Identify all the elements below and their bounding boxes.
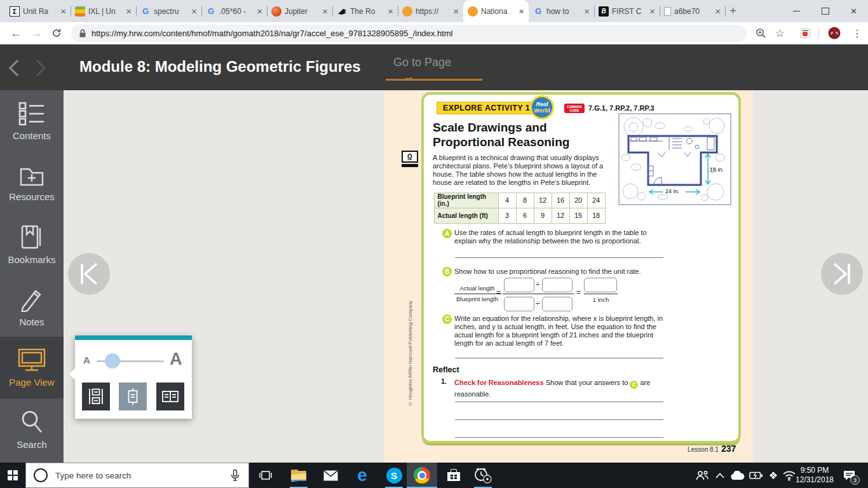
task-view-button[interactable] xyxy=(253,463,278,488)
star-icon: ☆ xyxy=(775,27,784,40)
answer-box xyxy=(542,278,573,292)
window-maximize-button[interactable] xyxy=(811,0,839,22)
text-size-slider-thumb[interactable] xyxy=(105,353,120,369)
table-row: Blueprint length (in.) 4 8 12 16 20 24 xyxy=(434,193,605,208)
taskbar-mail[interactable] xyxy=(316,463,344,488)
mail-icon xyxy=(323,470,338,481)
tray-show-hidden-icons[interactable] xyxy=(713,463,727,488)
table-cell: 9 xyxy=(534,208,552,224)
tab-close-icon[interactable]: × xyxy=(191,6,197,16)
page-forward-button[interactable] xyxy=(33,58,48,80)
taskbar-edge[interactable]: e xyxy=(348,463,376,488)
tray-onedrive[interactable] xyxy=(729,463,745,488)
browser-tab[interactable]: IXL | Un × xyxy=(71,0,136,22)
taskbar-clock[interactable]: 9:50 PM 12/31/2018 xyxy=(794,463,835,488)
page-back-button[interactable] xyxy=(6,58,22,80)
answer-box xyxy=(584,278,617,292)
sidebar-item-notes[interactable]: Notes xyxy=(0,275,64,337)
tab-close-icon[interactable]: × xyxy=(257,6,262,16)
view-mode-scroll-button[interactable] xyxy=(82,383,110,410)
tab-close-icon[interactable]: × xyxy=(453,6,459,16)
microphone-icon[interactable] xyxy=(229,469,241,482)
window-close-button[interactable]: × xyxy=(839,0,868,22)
tray-dropbox[interactable]: ❖ xyxy=(766,463,781,488)
browser-tab[interactable]: https:// × xyxy=(398,0,463,22)
taskbar-file-explorer[interactable] xyxy=(285,463,313,488)
tab-close-icon[interactable]: × xyxy=(584,6,590,16)
window-minimize-button[interactable] xyxy=(782,0,811,22)
chevron-left-icon xyxy=(6,58,22,78)
arrow-right-icon: → xyxy=(402,69,415,83)
skype-icon: S xyxy=(386,468,402,484)
next-page-button[interactable] xyxy=(821,253,863,295)
forward-button[interactable]: → xyxy=(27,22,46,44)
table-cell: 6 xyxy=(516,208,534,224)
tab-close-icon[interactable]: × xyxy=(60,6,66,16)
sidebar-item-contents[interactable]: Contents xyxy=(0,90,64,152)
taskbar-skype[interactable]: S xyxy=(380,463,408,488)
reflect-text-before: Show that your answers to xyxy=(546,379,628,386)
sidebar-item-page-view[interactable]: Page View xyxy=(0,337,64,398)
zoom-page-button[interactable] xyxy=(751,22,770,44)
tab-close-icon[interactable]: × xyxy=(649,6,655,16)
browser-tab[interactable]: G spectru × xyxy=(136,0,201,22)
tab-close-icon[interactable]: × xyxy=(715,6,721,16)
tab-title: IXL | Un xyxy=(88,7,123,16)
browser-tab[interactable]: G .05*60 - × xyxy=(201,0,267,22)
go-to-page-button[interactable]: Go to Page → xyxy=(386,56,482,84)
part-c-text: Write an equation for the relationship, … xyxy=(454,315,668,348)
taskbar-chrome-active[interactable] xyxy=(407,463,437,488)
browser-tab[interactable]: B FIRST C × xyxy=(594,0,660,22)
browser-tab[interactable]: G how to × xyxy=(529,0,594,22)
answer-line xyxy=(455,402,663,402)
answer-box xyxy=(504,278,534,292)
view-mode-two-page-button[interactable] xyxy=(156,383,184,410)
question-hotspot-button[interactable]: Q xyxy=(402,151,418,167)
sidebar-item-resources[interactable]: Resources xyxy=(0,152,64,214)
taskbar-search-box[interactable]: Type here to search xyxy=(25,463,249,488)
browser-tab-active[interactable]: Nationa × xyxy=(463,0,529,22)
part-c-badge: C xyxy=(442,315,452,324)
browser-tab[interactable]: The Ro × xyxy=(332,0,398,22)
new-tab-button[interactable]: + xyxy=(729,4,736,18)
back-button[interactable]: ← xyxy=(6,22,25,44)
browser-tab[interactable]: Jupiter × xyxy=(267,0,332,22)
tab-close-icon[interactable]: × xyxy=(388,6,393,16)
scroll-view-icon xyxy=(88,388,104,405)
store-flag-4 xyxy=(454,477,457,479)
browser-tab[interactable]: Σ Unit Ra × xyxy=(5,0,71,22)
store-icon xyxy=(447,469,460,482)
start-button[interactable] xyxy=(0,463,25,488)
view-mode-single-page-button[interactable] xyxy=(119,383,147,410)
sidebar-item-label: Contents xyxy=(13,130,51,141)
google-favicon: G xyxy=(206,6,216,17)
table-cell: 12 xyxy=(534,193,552,208)
taskbar-store[interactable] xyxy=(440,463,468,488)
sidebar-item-search[interactable]: Search xyxy=(0,398,64,460)
tab-close-icon[interactable]: × xyxy=(322,6,328,16)
intro-paragraph: A blueprint is a technical drawing that … xyxy=(433,154,617,187)
sidebar-item-label: Notes xyxy=(19,316,44,327)
tab-close-icon[interactable]: × xyxy=(126,6,132,16)
profile-avatar[interactable] xyxy=(825,22,844,44)
taskbar-alarms[interactable] xyxy=(469,463,497,488)
lesson-footer: Lesson 8.1237 xyxy=(688,444,736,454)
part-b-badge: B xyxy=(442,267,452,276)
browser-menu-button[interactable]: ⋮ xyxy=(848,22,867,44)
sidebar-item-bookmarks[interactable]: Bookmarks xyxy=(0,214,64,275)
tab-divider xyxy=(332,6,333,17)
extension-button[interactable] xyxy=(796,22,815,44)
kebab-menu-icon: ⋮ xyxy=(852,27,862,39)
reload-button[interactable] xyxy=(47,22,66,44)
previous-page-button[interactable] xyxy=(68,253,110,295)
action-center-button[interactable]: 3 xyxy=(839,463,860,488)
tab-close-icon[interactable]: × xyxy=(519,6,524,16)
tab-divider xyxy=(71,6,71,17)
bookmark-star-button[interactable]: ☆ xyxy=(770,22,789,44)
maximize-icon xyxy=(822,8,829,15)
extension-icon-body xyxy=(803,32,808,36)
tray-battery[interactable] xyxy=(747,463,765,488)
tray-people-button[interactable] xyxy=(693,463,712,488)
url-omnibox[interactable]: https://my.hrw.com/content/hmof/math/gom… xyxy=(71,25,747,42)
browser-tab[interactable]: a6be70 × xyxy=(660,0,725,22)
